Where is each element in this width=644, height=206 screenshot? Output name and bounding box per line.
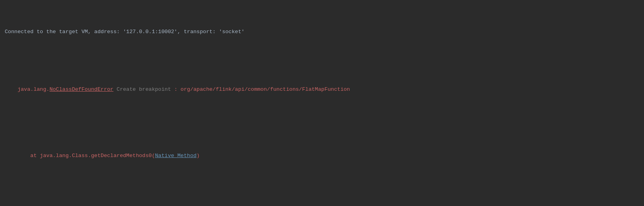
noclassdef-createbp[interactable]: Create breakpoint — [113, 86, 171, 92]
line-noclassdef: java.lang.NoClassDefFoundError Create br… — [5, 77, 639, 102]
console-output: Connected to the target VM, address: '12… — [5, 3, 639, 206]
noclassdef-prefix: java.lang. — [17, 86, 49, 92]
line-at1: at java.lang.Class.getDeclaredMethods0(N… — [5, 144, 639, 169]
at1-indent: at java.lang.Class.getDeclaredMethods0( — [17, 153, 155, 159]
noclassdef-link[interactable]: NoClassDefFoundError — [49, 86, 113, 92]
noclassdef-suffix: : org/apache/flink/api/common/functions/… — [171, 86, 350, 92]
at1-link[interactable]: Native Method — [155, 153, 197, 159]
at1-close: ) — [197, 153, 200, 159]
line-connected: Connected to the target VM, address: '12… — [5, 28, 639, 36]
